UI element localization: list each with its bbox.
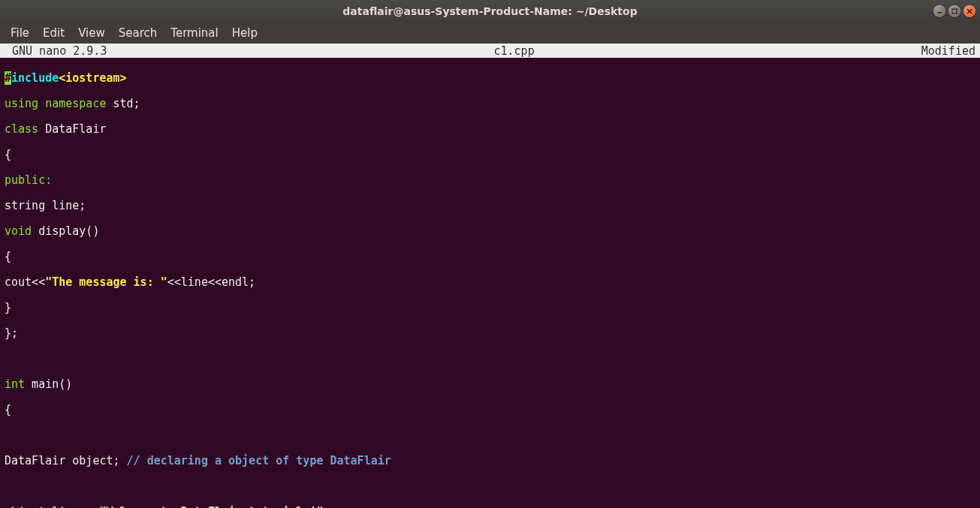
svg-rect-1 xyxy=(952,9,957,14)
menu-view[interactable]: View xyxy=(72,24,111,42)
code-line: class DataFlair xyxy=(5,123,980,136)
code-line: string line; xyxy=(5,200,980,212)
editor-area[interactable]: #include<iostream> using namespace std; … xyxy=(0,58,980,508)
minimize-icon[interactable] xyxy=(933,5,945,17)
code-line: } xyxy=(5,302,980,314)
menu-search[interactable]: Search xyxy=(113,24,164,42)
nano-status-bar: GNU nano 2.9.3 c1.cpp Modified xyxy=(0,44,980,58)
code-line: void display() xyxy=(5,225,980,238)
code-line: public: xyxy=(5,174,980,187)
menu-help[interactable]: Help xyxy=(226,24,264,42)
code-line xyxy=(5,429,980,442)
menu-edit[interactable]: Edit xyxy=(37,24,71,42)
maximize-icon[interactable] xyxy=(948,5,960,17)
code-line: using namespace std; xyxy=(5,98,980,110)
code-line: { xyxy=(5,149,980,161)
menu-file[interactable]: File xyxy=(5,24,35,42)
code-line: cout<<"The message is: "<<line<<endl; xyxy=(5,276,980,289)
menu-terminal[interactable]: Terminal xyxy=(164,24,224,42)
code-comment: // declaring a object of type DataFlair xyxy=(127,454,391,467)
window-controls xyxy=(933,5,975,17)
nano-modified: Modified xyxy=(921,44,978,58)
code-line: { xyxy=(5,404,980,416)
nano-version: GNU nano 2.9.3 xyxy=(2,44,107,58)
code-line: DataFlair object; // declaring a object … xyxy=(5,455,980,467)
preproc-kw: include xyxy=(11,71,59,85)
menubar: File Edit View Search Terminal Help xyxy=(0,23,980,44)
svg-rect-0 xyxy=(937,12,942,14)
preproc-hash: # xyxy=(5,71,11,85)
close-icon[interactable] xyxy=(963,5,975,17)
window-title: dataflair@asus-System-Product-Name: ~/De… xyxy=(342,5,637,17)
code-line: }; xyxy=(5,327,980,340)
code-line: { xyxy=(5,251,980,263)
window-titlebar: dataflair@asus-System-Product-Name: ~/De… xyxy=(0,0,980,23)
nano-filename: c1.cpp xyxy=(107,44,921,58)
code-line: #include<iostream> xyxy=(5,72,980,85)
code-line xyxy=(5,480,980,493)
code-line: int main() xyxy=(5,378,980,391)
preproc-hdr: <iostream> xyxy=(59,71,126,85)
code-line xyxy=(5,353,980,365)
